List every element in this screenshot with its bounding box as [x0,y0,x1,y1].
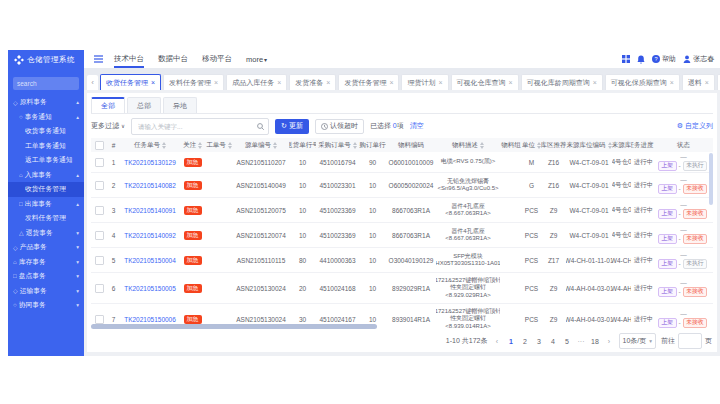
tab-1[interactable]: 收货任务管理× [100,74,161,90]
close-icon[interactable]: × [389,79,393,86]
nav-item-more[interactable]: more▾ [246,50,267,68]
hamburger-menu-icon[interactable] [94,55,103,63]
keyword-search-input[interactable] [136,122,254,131]
page-number-2[interactable]: 2 [521,338,530,345]
row-checkbox[interactable] [95,256,104,265]
col-header-work_order[interactable]: 工单号 [205,141,233,150]
close-icon[interactable]: × [705,79,709,86]
sort-icon[interactable] [162,142,166,149]
close-icon[interactable]: × [670,79,674,86]
page-size-select[interactable]: 10条/页 ▾ [619,333,657,349]
close-icon[interactable]: × [277,79,281,86]
task-number-link[interactable]: TK202105130129 [124,159,176,166]
sidebar-item-raw-material[interactable]: ◇原料事务▴ [8,95,84,110]
row-checkbox[interactable] [95,181,104,190]
close-icon[interactable]: × [151,79,155,86]
task-number-link[interactable]: TK202105150004 [124,257,176,264]
tab-4[interactable]: 发货准备× [289,74,336,90]
sidebar-search-input[interactable] [13,77,79,90]
subtab-3[interactable]: 异地 [163,97,197,113]
sidebar-item-return[interactable]: △退货事务▾ [8,226,84,241]
task-number-link[interactable]: TK202105140091 [124,207,176,214]
col-header-source_no[interactable]: 源单编号 [233,141,289,150]
sidebar-item-transport[interactable]: ◇运输事务▾ [8,284,84,299]
close-icon[interactable]: × [214,79,218,86]
refresh-button[interactable]: ↻ 更新 [275,119,309,134]
horizontal-scrollbar[interactable] [91,324,377,329]
vertical-scrollbar[interactable] [709,153,713,205]
col-header-task_no[interactable]: 任务单号 [120,141,180,150]
sidebar-item-rework-notice[interactable]: 返工单事务通知 [8,153,84,168]
page-number-3[interactable]: 3 [535,338,544,345]
apps-grid-icon[interactable] [622,55,630,63]
sidebar-item-outbound[interactable]: □出库事务▴ [8,197,84,212]
tab-8[interactable]: 可视化库龄周期查询× [521,74,603,90]
select-all-checkbox[interactable] [95,141,104,150]
sidebar-item-receive-notice[interactable]: 收货事务通知 [8,124,84,139]
task-number-link[interactable]: TK202105150006 [124,316,176,323]
page-goto-input[interactable] [678,333,702,349]
sort-icon[interactable] [198,142,202,149]
page-number-5[interactable]: 5 [563,338,572,345]
tab-5[interactable]: 发货任务管理× [338,74,399,90]
tab-9[interactable]: 可视化保质期查询× [605,74,680,90]
tab-2[interactable]: 发料任务管理× [163,74,224,90]
col-header-source_loc[interactable]: 来源库位编码 [566,141,612,150]
col-header-po_no[interactable]: 采购订单号 [316,141,359,150]
task-number-link[interactable]: TK202105140082 [124,182,176,189]
col-header-progress[interactable]: 任务进度 [631,141,656,150]
col-header-attention[interactable]: 关注 [180,141,205,150]
sidebar-item-issue-task[interactable]: 发料任务管理 [8,211,84,226]
subtab-1[interactable]: 全部 [91,97,125,113]
subtab-2[interactable]: 总部 [127,97,161,113]
tabs-scroll-left-icon[interactable]: ‹ [87,75,98,90]
row-checkbox[interactable] [95,284,104,293]
row-checkbox[interactable] [95,158,104,167]
page-number-18[interactable]: 18 [591,338,600,345]
tab-6[interactable]: 理货计划× [401,74,448,90]
close-icon[interactable]: × [593,79,597,86]
sidebar-item-receive-task[interactable]: 收货任务管理 [8,182,84,197]
search-icon[interactable] [257,123,264,130]
sort-icon[interactable] [480,142,484,149]
close-icon[interactable]: × [509,79,513,86]
col-header-unit[interactable]: 单位 [522,141,541,150]
close-icon[interactable]: × [326,79,330,86]
sort-icon[interactable] [608,142,612,149]
next-page-button[interactable]: › [605,338,614,345]
more-filters-button[interactable]: 更多过滤 ∨ [91,121,125,131]
col-header-material_desc[interactable]: 物料描述 [436,141,500,150]
row-checkbox[interactable] [95,206,104,215]
sort-icon[interactable] [228,142,232,149]
sidebar-item-inbound[interactable]: ⌂入库事务▴ [8,168,84,183]
nav-item-mobile[interactable]: 移动平台 [202,50,232,68]
sidebar-item-collaboration[interactable]: ○协同事务▾ [8,298,84,313]
sidebar-item-inventory[interactable]: ⌂库存事务▾ [8,255,84,270]
row-checkbox[interactable] [95,231,104,240]
customize-columns-button[interactable]: ⚙ 自定义列 [677,121,713,131]
prev-page-button[interactable]: ‹ [493,338,502,345]
task-number-link[interactable]: TK202105140092 [124,232,176,239]
close-icon[interactable]: × [438,79,442,86]
tab-3[interactable]: 成品入库任务× [226,74,287,90]
refresh-icon: ↻ [281,122,287,130]
sort-icon[interactable] [353,142,357,149]
task-number-link[interactable]: TK202105150005 [124,285,176,292]
sort-icon[interactable] [273,142,277,149]
tab-7[interactable]: 可视化仓库查询× [451,74,519,90]
page-number-4[interactable]: 4 [549,338,558,345]
nav-item-tech[interactable]: 技术中台 [114,50,144,68]
bell-icon[interactable] [637,55,645,64]
sidebar-item-stocktake[interactable]: □盘点事务▾ [8,269,84,284]
clear-selection-button[interactable]: 清空 [410,121,424,131]
sidebar-item-notice[interactable]: ○事务通知▴ [8,110,84,125]
sidebar-item-workorder-notice[interactable]: 工单事务通知 [8,139,84,154]
row-checkbox[interactable] [95,315,104,324]
help-menu[interactable]: ? 帮助 [652,54,676,64]
nav-item-data[interactable]: 数据中台 [158,50,188,68]
claim-timeout-button[interactable]: 认领超时 [315,119,364,134]
sidebar-item-product[interactable]: ◇产品事务▾ [8,240,84,255]
tab-10[interactable]: 退料× [682,74,715,90]
page-number-1[interactable]: 1 [507,338,516,345]
user-menu[interactable]: 张志春 [683,54,714,64]
